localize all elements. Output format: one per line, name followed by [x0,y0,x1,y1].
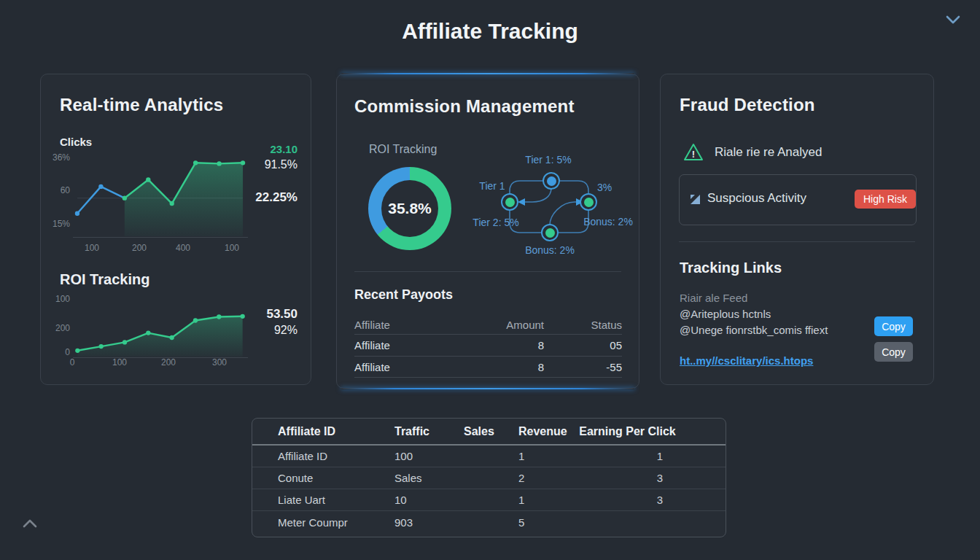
accent-glow-bottom [341,388,634,389]
fraud-alert-text: Riale rie re Analyed [715,145,822,160]
table-row: Conute Sales 2 3 [252,467,726,489]
clicks-stat-tertiary: 22.25% [255,190,298,205]
affiliate-tracking-dashboard: Affiliate Tracking Real-time Analytics C… [0,0,980,560]
roi-tracking-title: ROI Tracking [60,271,149,288]
col-earning-per-click: Earning Per Click [573,425,726,438]
handle-text: @Ariteplous hctnls [680,308,771,320]
payouts-header-row: Affiliate Amount Status [354,315,622,334]
cell-traffic: 10 [369,494,438,506]
clicks-stat-primary: 23.10 [255,141,298,157]
cell-epc: 1 [573,450,726,462]
clicks-line-chart [73,150,248,238]
analytics-title: Real-time Analytics [60,95,223,115]
cell-traffic: 903 [369,516,438,529]
accent-glow-top [341,73,634,74]
feed-label: Riair ale Feed [680,292,747,304]
roi-xtick: 100 [112,357,127,368]
high-risk-badge: High Risk [855,190,916,209]
payout-row: Affiliate 8 05 [354,334,622,356]
copy-button-secondary[interactable]: Copy [874,342,913,362]
tier-label-right: 3% [597,182,612,193]
suspicious-activity-label: Suspcious Activity [707,191,806,206]
cell-affiliate-id: Conute [252,472,369,484]
clicks-xtick: 100 [85,243,99,253]
table-row: Meter Coumpr 903 5 [252,511,726,533]
payout-status: -55 [544,361,622,373]
roi-donut-center-label: 35.8% [381,180,438,237]
commission-roi-label: ROI Tracking [369,143,437,156]
tier-label-top: Tier 1: 5% [525,154,571,166]
recent-payouts-table: Affiliate Amount Status Affiliate 8 05 A… [354,315,622,378]
clicks-xtick: 200 [132,243,147,253]
cell-revenue: 2 [493,472,573,484]
cell-traffic: 100 [369,450,438,462]
roi-line-chart [73,295,248,358]
handle-text: @Unege fionrstbk_comis ffiext [680,324,828,336]
clicks-ytick: 60 [61,185,70,195]
warning-exclamation: ! [692,149,695,160]
recent-payouts-title: Recent Payoots [354,287,453,303]
chevron-up-icon[interactable] [23,519,37,528]
col-revenue: Revenue [493,425,573,438]
tier-node-top [542,172,560,190]
payout-amount: 8 [478,361,544,373]
payout-status: 05 [544,339,622,351]
chevron-down-icon[interactable] [946,15,960,24]
fraud-title: Fraud Detection [680,95,815,115]
clicks-xtick: 400 [176,243,190,253]
arrow-left-icon [518,198,525,206]
clicks-label: Clicks [60,136,92,148]
payouts-col-affiliate: Affiliate [354,319,478,331]
table-row: Liate Uart 10 1 3 [252,489,726,511]
tracking-link[interactable]: ht..my//csclitary/ics.htops [680,354,813,367]
tier-label-left: Tier 1 [479,180,505,192]
commission-management-card: Commission Management ROI Tracking 35.8% [336,74,639,389]
roi-xtick: 0 [70,357,75,368]
roi-ytick: 100 [55,294,70,304]
cell-epc: 3 [573,472,726,484]
cell-epc: 3 [573,494,726,506]
tier-node-left [501,193,518,211]
commission-title: Commission Management [354,96,575,117]
cell-traffic: Sales [369,472,438,484]
tier-label-left-bottom: Tier 2: 5% [472,217,518,228]
col-sales: Sales [438,425,493,438]
payouts-col-amount: Amount [478,319,544,331]
realtime-analytics-card: Real-time Analytics Clicks 36% 60 15% 10… [40,74,311,385]
payout-affiliate: Affiliate [354,339,478,351]
cell-revenue: 1 [493,494,573,506]
payouts-col-status: Status [544,319,622,331]
fraud-detection-card: Fraud Detection ! Riale rie re Analyed S… [660,74,934,385]
tier-label-right-bottom: Bonus: 2% [583,216,633,228]
roi-stat-secondary: 92% [266,322,298,338]
copy-button-primary[interactable]: Copy [874,316,913,336]
payout-amount: 8 [478,339,544,351]
clicks-xtick: 100 [225,243,239,253]
table-row: Affiliate ID 100 1 1 [252,446,726,467]
col-traffic: Traffic [369,425,438,438]
divider [679,241,915,242]
suspicious-activity-item[interactable]: Suspcious Activity High Risk [679,174,917,225]
cell-affiliate-id: Meter Coumpr [252,516,369,529]
warning-triangle-icon: ! [682,142,704,163]
cell-revenue: 1 [493,450,573,462]
tier-label-bottom: Bonus: 2% [525,244,575,256]
tier-node-right [580,193,597,211]
payout-affiliate: Affiliate [354,361,478,373]
clicks-stat-secondary: 91.5% [255,157,298,172]
tier-node-bottom [541,224,559,241]
divider [354,271,621,272]
cell-affiliate-id: Affiliate ID [252,450,369,462]
col-affiliate-id: Affiliate ID [252,425,369,438]
tracking-links-title: Tracking Links [680,260,782,276]
page-title: Affiliate Tracking [0,19,980,44]
cell-revenue: 5 [493,516,573,529]
tier-flow-diagram: Tier 1: 5% Tier 1 3% Tier 2: 5% Bonus: 2… [468,144,640,260]
roi-ytick: 200 [55,323,70,333]
cell-affiliate-id: Liate Uart [252,494,369,506]
affiliate-stats-table: Affiliate ID Traffic Sales Revenue Earni… [252,418,726,537]
table-header-row: Affiliate ID Traffic Sales Revenue Earni… [252,419,726,446]
roi-ytick: 0 [65,347,70,357]
roi-xtick: 200 [161,357,176,368]
clicks-ytick: 15% [52,219,70,229]
